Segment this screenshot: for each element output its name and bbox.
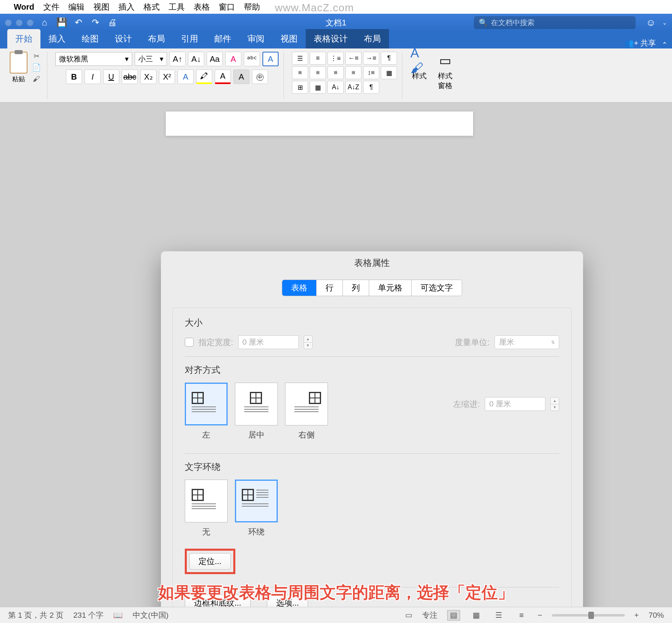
web-layout-icon[interactable]: ▦ bbox=[470, 610, 483, 621]
language-status[interactable]: 中文(中国) bbox=[133, 610, 169, 621]
sort-icon[interactable]: A↓Z bbox=[345, 81, 361, 94]
subscript-button[interactable]: X₂ bbox=[140, 69, 156, 84]
zoom-slider[interactable] bbox=[552, 614, 625, 617]
close-window[interactable] bbox=[5, 19, 12, 26]
menu-help[interactable]: 帮助 bbox=[244, 2, 260, 13]
tab-row[interactable]: 行 bbox=[317, 280, 343, 296]
tab-table[interactable]: 表格 bbox=[282, 280, 317, 296]
menu-table[interactable]: 表格 bbox=[194, 2, 210, 13]
document-page[interactable] bbox=[166, 112, 473, 136]
menu-edit[interactable]: 编辑 bbox=[68, 2, 85, 13]
decrease-font-icon[interactable]: A↓ bbox=[188, 52, 204, 66]
tab-draw[interactable]: 绘图 bbox=[74, 29, 107, 48]
text-effects-icon[interactable]: A bbox=[178, 69, 194, 84]
save-icon[interactable]: 💾 bbox=[55, 17, 68, 29]
bold-button[interactable]: B bbox=[66, 69, 82, 84]
format-painter-icon[interactable]: 🖌 bbox=[31, 74, 42, 83]
increase-indent-icon[interactable]: →≡ bbox=[363, 52, 379, 65]
tab-view[interactable]: 视图 bbox=[273, 29, 306, 48]
word-count[interactable]: 231 个字 bbox=[73, 610, 104, 621]
menu-tools[interactable]: 工具 bbox=[169, 2, 185, 13]
tab-review[interactable]: 审阅 bbox=[239, 29, 273, 48]
underline-button[interactable]: U bbox=[103, 69, 119, 84]
font-name-select[interactable]: 微软雅黑▾ bbox=[55, 52, 132, 66]
decrease-indent-icon[interactable]: ←≡ bbox=[345, 52, 361, 65]
copy-icon[interactable]: 📄 bbox=[31, 63, 42, 72]
home-icon[interactable]: ⌂ bbox=[38, 17, 51, 29]
tab-mailings[interactable]: 邮件 bbox=[206, 29, 239, 48]
tab-design[interactable]: 设计 bbox=[107, 29, 140, 48]
clear-format-icon[interactable]: A bbox=[225, 52, 241, 66]
maximize-window[interactable] bbox=[27, 19, 34, 26]
font-size-select[interactable]: 小三▾ bbox=[135, 52, 167, 66]
justify-icon[interactable]: ≡ bbox=[345, 66, 361, 79]
app-name[interactable]: Word bbox=[14, 2, 34, 12]
tab-alt-text[interactable]: 可选文字 bbox=[412, 280, 462, 296]
menu-file[interactable]: 文件 bbox=[43, 2, 59, 13]
tab-cell[interactable]: 单元格 bbox=[369, 280, 412, 296]
cut-icon[interactable]: ✂ bbox=[31, 52, 42, 61]
text-direction-icon[interactable]: A↓ bbox=[328, 81, 344, 94]
paste-button[interactable]: 粘贴 bbox=[10, 52, 27, 84]
align-left-option[interactable] bbox=[185, 383, 228, 425]
indent-input[interactable]: 0 厘米 bbox=[485, 397, 545, 411]
highlight-icon[interactable]: 🖍 bbox=[196, 69, 212, 84]
multilevel-icon[interactable]: ⋮≡ bbox=[328, 52, 344, 65]
print-layout-icon[interactable]: ▤ bbox=[447, 610, 460, 621]
show-marks-icon[interactable]: ¶ bbox=[381, 52, 397, 65]
tab-layout[interactable]: 布局 bbox=[140, 29, 173, 48]
styles-pane-button[interactable]: ▭ 样式 窗格 bbox=[436, 52, 454, 91]
spell-check-icon[interactable]: 📖 bbox=[113, 610, 123, 620]
char-border-icon[interactable]: A bbox=[262, 52, 279, 66]
align-center-icon[interactable]: ≡ bbox=[310, 66, 326, 79]
titlebar-chevron[interactable]: ⌄ bbox=[662, 19, 667, 26]
italic-button[interactable]: I bbox=[85, 69, 101, 84]
align-right-icon[interactable]: ≡ bbox=[328, 66, 344, 79]
tab-references[interactable]: 引用 bbox=[173, 29, 206, 48]
draft-icon[interactable]: ≡ bbox=[515, 610, 528, 621]
align-left-icon[interactable]: ≡ bbox=[292, 66, 308, 79]
para-marks-icon[interactable]: ¶ bbox=[363, 81, 379, 94]
width-stepper[interactable]: ▲▼ bbox=[304, 335, 313, 349]
align-right-option[interactable] bbox=[285, 383, 328, 425]
phonetic-icon[interactable]: ᵃᵇᶜ bbox=[244, 52, 260, 66]
undo-icon[interactable]: ↶ bbox=[72, 17, 85, 29]
focus-label[interactable]: 专注 bbox=[422, 610, 437, 621]
tab-table-layout[interactable]: 布局 bbox=[356, 29, 389, 48]
numbering-icon[interactable]: ≡ bbox=[310, 52, 326, 65]
tab-home[interactable]: 开始 bbox=[7, 29, 40, 48]
redo-icon[interactable]: ↷ bbox=[89, 17, 101, 29]
zoom-out-icon[interactable]: − bbox=[538, 611, 542, 620]
page-status[interactable]: 第 1 页，共 2 页 bbox=[8, 610, 63, 621]
table-icon[interactable]: ▦ bbox=[310, 81, 326, 94]
zoom-level[interactable]: 70% bbox=[649, 611, 664, 620]
bullets-icon[interactable]: ☰ bbox=[292, 52, 308, 65]
borders-icon[interactable]: ⊞ bbox=[292, 81, 308, 94]
indent-stepper[interactable]: ▲▼ bbox=[550, 397, 559, 411]
zoom-in-icon[interactable]: + bbox=[634, 611, 639, 620]
position-button[interactable]: 定位... bbox=[189, 553, 231, 570]
share-button[interactable]: 👥+ 共享 bbox=[624, 38, 656, 48]
strikethrough-button[interactable]: abc bbox=[122, 69, 138, 84]
outline-icon[interactable]: ☰ bbox=[492, 610, 505, 621]
search-input[interactable]: 🔍 在文档中搜索 bbox=[474, 16, 636, 29]
feedback-icon[interactable]: ☺ bbox=[646, 17, 656, 28]
menu-insert[interactable]: 插入 bbox=[118, 2, 135, 13]
increase-font-icon[interactable]: A↑ bbox=[169, 52, 186, 66]
char-shading-icon[interactable]: A bbox=[233, 69, 249, 84]
collapse-ribbon-icon[interactable]: ⌃ bbox=[662, 41, 667, 48]
superscript-button[interactable]: X² bbox=[159, 69, 175, 84]
menu-window[interactable]: 窗口 bbox=[219, 2, 235, 13]
focus-mode-icon[interactable]: ▭ bbox=[405, 610, 412, 620]
wrap-around-option[interactable] bbox=[235, 480, 278, 522]
unit-select[interactable]: 厘米⇅ bbox=[494, 335, 559, 349]
tab-insert[interactable]: 插入 bbox=[40, 29, 74, 48]
change-case-icon[interactable]: Aa bbox=[207, 52, 223, 66]
shading-icon[interactable]: ▦ bbox=[381, 66, 397, 79]
line-spacing-icon[interactable]: ↕≡ bbox=[363, 66, 379, 79]
width-input[interactable]: 0 厘米 bbox=[238, 335, 299, 349]
tab-column[interactable]: 列 bbox=[343, 280, 369, 296]
font-color-icon[interactable]: A bbox=[215, 69, 231, 84]
align-center-option[interactable] bbox=[235, 383, 278, 425]
width-checkbox[interactable] bbox=[185, 338, 194, 347]
